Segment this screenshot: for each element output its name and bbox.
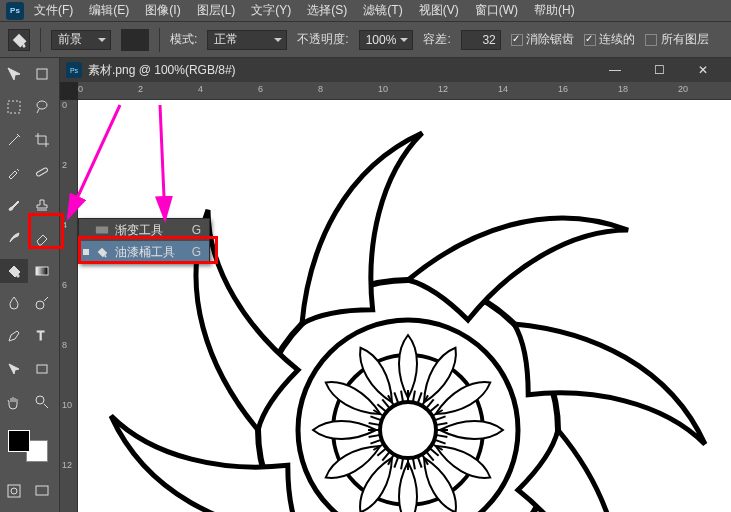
marquee-tool[interactable]	[0, 95, 28, 119]
tolerance-field[interactable]: 32	[461, 30, 501, 50]
doc-icon: Ps	[66, 62, 82, 78]
screen-mode-toggle[interactable]	[28, 479, 56, 503]
menu-help[interactable]: 帮助(H)	[528, 0, 581, 21]
svg-rect-3	[36, 168, 48, 177]
arrow-icon	[6, 361, 22, 377]
menu-image[interactable]: 图像(I)	[139, 0, 186, 21]
mask-icon	[6, 483, 22, 499]
svg-rect-17	[96, 227, 108, 234]
canvas[interactable]	[78, 100, 731, 512]
flyout-bucket-tool[interactable]: 油漆桶工具 G	[79, 241, 209, 263]
maximize-button[interactable]: ☐	[637, 60, 681, 80]
mode-label: 模式:	[170, 31, 197, 48]
hand-icon	[6, 394, 22, 410]
crop-icon	[34, 132, 50, 148]
crop-tool[interactable]	[28, 128, 56, 152]
lasso-tool[interactable]	[28, 95, 56, 119]
minimize-button[interactable]: —	[593, 60, 637, 80]
document-tab-title[interactable]: 素材.png @ 100%(RGB/8#)	[88, 62, 236, 79]
flyout-item-shortcut: G	[192, 223, 201, 237]
blur-tool[interactable]	[0, 291, 28, 315]
zoom-tool[interactable]	[28, 390, 56, 414]
mode-value: 正常	[214, 31, 238, 48]
ruler-vertical[interactable]: 02468101214	[60, 100, 78, 512]
flyout-item-shortcut: G	[192, 245, 201, 259]
quick-select-tool[interactable]	[0, 128, 28, 152]
move-icon	[6, 66, 22, 82]
svg-point-15	[380, 402, 436, 458]
hand-tool[interactable]	[0, 390, 28, 414]
bucket-icon	[6, 263, 22, 279]
menu-edit[interactable]: 编辑(E)	[83, 0, 135, 21]
contiguous-checkbox[interactable]: 连续的	[584, 31, 635, 48]
menu-select[interactable]: 选择(S)	[301, 0, 353, 21]
document-area: Ps 素材.png @ 100%(RGB/8#) — ☐ ✕ 024681012…	[60, 58, 731, 512]
menu-window[interactable]: 窗口(W)	[469, 0, 524, 21]
flyout-gradient-tool[interactable]: 渐变工具 G	[79, 219, 209, 241]
divider	[159, 28, 160, 52]
artboard-tool[interactable]	[28, 62, 56, 86]
app-logo: Ps	[6, 2, 24, 20]
selected-indicator	[83, 249, 89, 255]
pattern-picker[interactable]	[121, 29, 149, 51]
all-layers-checkbox[interactable]: 所有图层	[645, 31, 708, 48]
artboard-icon	[34, 66, 50, 82]
contiguous-label: 连续的	[599, 32, 635, 46]
antialias-checkbox[interactable]: 消除锯齿	[511, 31, 574, 48]
opacity-value: 100%	[366, 33, 397, 47]
eraser-tool[interactable]	[28, 226, 56, 250]
divider	[40, 28, 41, 52]
svg-point-10	[11, 488, 17, 494]
path-select-tool[interactable]	[0, 357, 28, 381]
stamp-tool[interactable]	[28, 193, 56, 217]
shape-tool[interactable]	[28, 357, 56, 381]
type-tool[interactable]: T	[28, 324, 56, 348]
pen-tool[interactable]	[0, 324, 28, 348]
blur-icon	[6, 295, 22, 311]
menu-layer[interactable]: 图层(L)	[191, 0, 242, 21]
toolbox: T	[0, 58, 60, 512]
pen-icon	[6, 328, 22, 344]
quick-mask-toggle[interactable]	[0, 479, 28, 503]
dodge-tool[interactable]	[28, 291, 56, 315]
history-brush-tool[interactable]	[0, 226, 28, 250]
tolerance-value: 32	[482, 33, 495, 47]
bucket-tool[interactable]	[0, 259, 28, 283]
brush-tool[interactable]	[0, 193, 28, 217]
lasso-icon	[34, 99, 50, 115]
menu-bar: Ps 文件(F) 编辑(E) 图像(I) 图层(L) 文字(Y) 选择(S) 滤…	[0, 0, 731, 22]
menu-type[interactable]: 文字(Y)	[245, 0, 297, 21]
antialias-label: 消除锯齿	[526, 32, 574, 46]
menu-file[interactable]: 文件(F)	[28, 0, 79, 21]
opacity-label: 不透明度:	[297, 31, 348, 48]
options-bar: 前景 模式: 正常 不透明度: 100% 容差: 32 消除锯齿 连续的 所有图…	[0, 22, 731, 58]
rectangle-icon	[34, 361, 50, 377]
window-buttons: — ☐ ✕	[593, 60, 725, 80]
all-layers-label: 所有图层	[661, 32, 709, 46]
svg-point-5	[36, 301, 44, 309]
opacity-field[interactable]: 100%	[359, 30, 414, 50]
foreground-color[interactable]	[8, 430, 30, 452]
gradient-icon	[95, 223, 109, 237]
bucket-icon	[9, 30, 29, 50]
artwork	[78, 100, 718, 512]
gradient-icon	[34, 263, 50, 279]
fill-source-dropdown[interactable]: 前景	[51, 30, 111, 50]
wand-icon	[6, 132, 22, 148]
zoom-icon	[34, 394, 50, 410]
ruler-horizontal[interactable]: 02468101214161820	[78, 82, 731, 100]
marquee-icon	[6, 99, 22, 115]
flyout-item-label: 油漆桶工具	[115, 244, 175, 261]
mode-dropdown[interactable]: 正常	[207, 30, 287, 50]
eyedropper-tool[interactable]	[0, 160, 28, 184]
color-swatches[interactable]	[8, 430, 48, 462]
svg-rect-4	[36, 267, 48, 275]
close-button[interactable]: ✕	[681, 60, 725, 80]
menu-filter[interactable]: 滤镜(T)	[357, 0, 408, 21]
gradient-tool[interactable]	[28, 259, 56, 283]
brush-icon	[6, 197, 22, 213]
move-tool[interactable]	[0, 62, 28, 86]
current-tool-icon[interactable]	[8, 29, 30, 51]
menu-view[interactable]: 视图(V)	[413, 0, 465, 21]
heal-tool[interactable]	[28, 160, 56, 184]
